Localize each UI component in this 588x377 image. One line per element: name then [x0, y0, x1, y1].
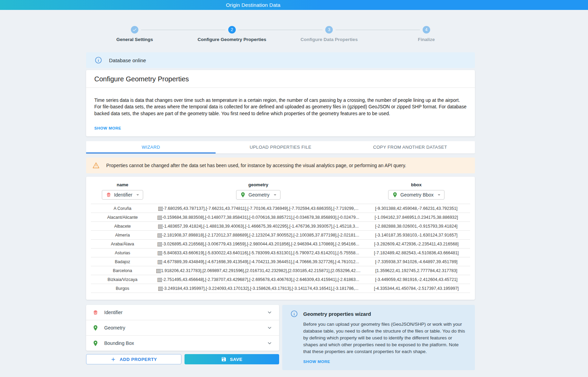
app-bar: Origin Destination Data — [0, 0, 588, 10]
column-header-name: name — [91, 182, 154, 187]
chevron-down-icon — [266, 309, 273, 316]
cell-bbox: [-3.140187,35.938103,-1.630124,37.91657] — [363, 233, 470, 238]
fingerprint-icon — [92, 309, 99, 316]
info-icon — [95, 56, 102, 64]
page-title: Origin Destination Data — [0, 2, 506, 8]
panel-bounding-box[interactable]: Bounding Box — [86, 336, 279, 351]
cell-name: Badajoz — [91, 259, 154, 264]
chevron-down-icon — [266, 324, 273, 331]
table-row: Albacete [[[[-1.483657,39.41824],[-1.488… — [91, 222, 470, 231]
warning-icon — [92, 162, 100, 169]
panel-label: Geometry — [104, 325, 125, 331]
cell-geometry: [[[[-4.677889,39.434849],[-4.671698,39.4… — [154, 259, 363, 264]
tab-copy-from-another-dataset[interactable]: COPY FROM ANOTHER DATASET — [345, 141, 475, 153]
dropdown-caret-icon — [436, 192, 442, 198]
step-number: 4 — [423, 26, 430, 33]
cell-bbox: [-4.335344,41.450784,-2.517397,43.195997… — [363, 286, 470, 291]
location-pin-icon — [92, 340, 99, 347]
plus-icon — [110, 356, 116, 362]
show-more-link[interactable]: SHOW MORE — [94, 126, 121, 130]
location-pin-icon — [392, 192, 398, 198]
table-row: Bizkaia/Vizcaya [[[[-2.751495,43.456648]… — [91, 275, 470, 284]
configure-geometry-card: Configure Geometry Properties Time serie… — [86, 70, 475, 136]
step-configure-geometry-properties[interactable]: 2 Configure Geometry Properties — [183, 26, 281, 42]
add-property-label: ADD PROPERTY — [120, 357, 157, 362]
database-status-banner: Database online — [86, 52, 475, 68]
cell-geometry: [[[[-3.249184,43.195997],[-3.224093,43.1… — [154, 286, 363, 291]
cell-bbox: [-1.094162,37.846951,0.234175,38.886932] — [363, 215, 470, 220]
save-icon — [221, 356, 227, 362]
cell-bbox: [-7.335938,37.941026,-4.64897,39.451789] — [363, 259, 470, 264]
save-label: SAVE — [230, 357, 242, 362]
step-number: 2 — [228, 26, 236, 33]
wizard-info-body: Before you can upload your geometry file… — [303, 321, 467, 355]
panel-label: Identifier — [104, 310, 123, 315]
tab-wizard[interactable]: WIZARD — [86, 141, 216, 153]
cell-name: Burgos — [91, 286, 154, 291]
geometry-properties-table-card: name geometry bbox Identifier Geometry G… — [86, 177, 475, 300]
cell-geometry: [[[[-3.026895,43.216568],[-3.006779,43.1… — [154, 242, 363, 246]
database-status-text: Database online — [109, 57, 146, 63]
cell-geometry: [[[[-7.680295,43.787137],[-7.66231,43.77… — [154, 206, 363, 211]
cell-name: Almería — [91, 233, 154, 238]
step-number: 3 — [325, 26, 333, 33]
tab-upload-properties-file[interactable]: UPLOAD PROPERTIES FILE — [216, 141, 345, 153]
card-title: Configure Geometry Properties — [86, 70, 475, 88]
selected-property-type: Identifier — [114, 192, 133, 198]
wizard-info-title: Geometry properties wizard — [303, 311, 371, 317]
step-label: Configure Data Properties — [301, 37, 358, 42]
geometry-wizard-info-box: Geometry properties wizard Before you ca… — [282, 305, 475, 370]
step-label: General Settings — [117, 37, 153, 42]
cell-geometry: [[[[-5.840833,43.660619],[-5.830022,43.6… — [154, 251, 363, 255]
property-panels-column: Identifier Geometry Bounding Box ADD — [86, 305, 279, 364]
table-row: Alacant/Alicante [[[[-0.159684,38.883508… — [91, 213, 470, 222]
step-configure-data-properties[interactable]: 3 Configure Data Properties — [281, 26, 378, 42]
cell-bbox: [-7.182489,42.882543,-4.510836,43.666481… — [363, 251, 470, 255]
name-property-type-select[interactable]: Identifier — [102, 190, 143, 200]
add-property-button[interactable]: ADD PROPERTY — [86, 354, 181, 364]
selected-property-type: Geometry Bbox — [400, 192, 434, 198]
selected-property-type: Geometry — [248, 192, 269, 198]
geometry-property-type-select[interactable]: Geometry — [236, 190, 280, 200]
cell-name: Alacant/Alicante — [91, 215, 154, 220]
cell-name: Asturias — [91, 251, 154, 255]
wizard-stepper: General Settings 2 Configure Geometry Pr… — [86, 10, 475, 42]
panel-geometry[interactable]: Geometry — [86, 320, 279, 336]
cell-name: Araba/Álava — [91, 242, 154, 246]
bbox-property-type-select[interactable]: Geometry Bbox — [388, 190, 445, 200]
step-completed-indicator — [131, 26, 138, 33]
properties-warning-banner: Properties cannot be changed after the d… — [86, 158, 475, 173]
panel-identifier[interactable]: Identifier — [86, 305, 279, 320]
cell-name: Albacete — [91, 224, 154, 229]
warning-text: Properties cannot be changed after the d… — [106, 163, 406, 168]
step-general-settings[interactable]: General Settings — [86, 26, 183, 42]
panel-label: Bounding Box — [104, 340, 134, 346]
step-label: Configure Geometry Properties — [197, 37, 266, 42]
cell-bbox: [-3.282609,42.472936,-2.235411,43.216568… — [363, 242, 470, 246]
cell-name: Barcelona — [91, 268, 154, 273]
cell-bbox: [-3.449059,42.981916,-2.412604,43.45721] — [363, 277, 470, 282]
cell-bbox: [1.359622,41.192745,2.777784,42.317783] — [363, 268, 470, 273]
dropdown-caret-icon — [272, 192, 278, 198]
table-row: Almería [[[[-2.181908,37.898818],[-2.172… — [91, 231, 470, 240]
column-header-geometry: geometry — [154, 182, 363, 187]
fingerprint-icon — [106, 192, 112, 198]
column-header-bbox: bbox — [363, 182, 470, 187]
table-row: Araba/Álava [[[[-3.026895,43.216568],[-3… — [91, 240, 470, 248]
cell-geometry: [[[[-2.181908,37.898818],[-2.172012,37.8… — [154, 233, 363, 238]
property-panels: Identifier Geometry Bounding Box — [86, 305, 279, 351]
cell-geometry: [[[[1.918206,42.317783],[2.069897,42.291… — [154, 268, 363, 273]
cell-name: A Coruña — [91, 206, 154, 211]
chevron-down-icon — [266, 340, 273, 347]
cell-geometry: [[[[-0.159684,38.883508],[-0.148077,38.8… — [154, 215, 363, 220]
cell-name: Bizkaia/Vizcaya — [91, 277, 154, 282]
card-description: Time series data is data that changes ov… — [86, 93, 475, 117]
show-more-link[interactable]: SHOW MORE — [303, 360, 330, 364]
table-row: Barcelona [[[[1.918206,42.317783],[2.069… — [91, 266, 470, 275]
location-pin-icon — [240, 192, 246, 198]
save-button[interactable]: SAVE — [184, 354, 279, 364]
table-row: Badajoz [[[[-4.677889,39.434849],[-4.671… — [91, 257, 470, 266]
check-icon — [132, 27, 137, 32]
cell-bbox: [-2.882888,38.026001,-0.915793,39.41824] — [363, 224, 470, 229]
step-finalize[interactable]: 4 Finalize — [378, 26, 475, 42]
